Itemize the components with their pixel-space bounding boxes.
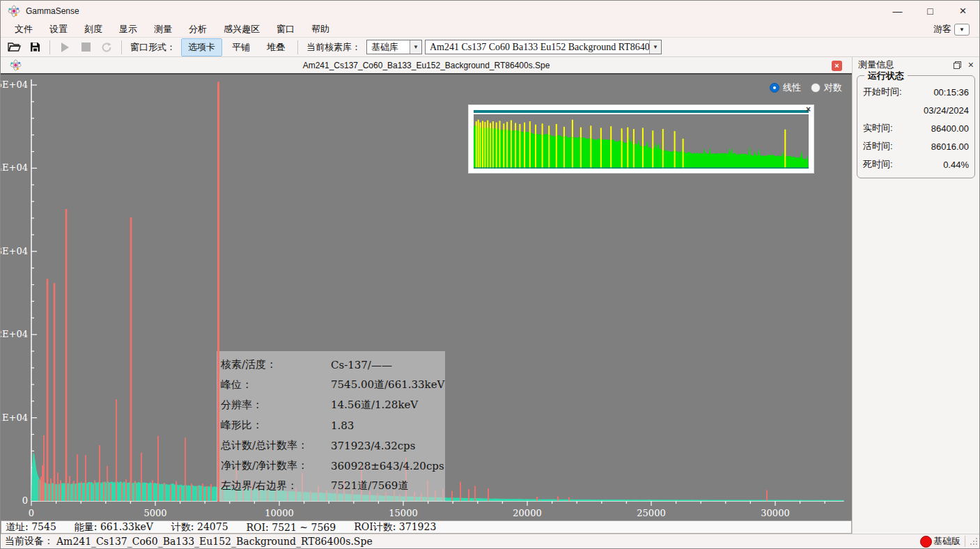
menu-help[interactable]: 帮助 [303, 22, 338, 37]
svg-text:0: 0 [22, 495, 28, 506]
channel-readout: 道址: 7545 [6, 521, 56, 534]
user-dropdown-button[interactable]: ▼ [954, 24, 970, 36]
radio-unselected-icon [811, 83, 820, 93]
info-value: 360928±643/4.20cps [331, 460, 444, 472]
inset-range-bar[interactable] [474, 110, 809, 113]
live-time-value: 86016.00 [931, 141, 969, 152]
log-scale-radio[interactable]: 对数 [811, 82, 842, 94]
nuclide-library-combobox[interactable]: 基础库 ▼ [366, 40, 422, 54]
dock-float-icon[interactable] [954, 61, 961, 69]
dead-time-value: 0.44% [943, 160, 969, 170]
real-time-value: 86400.00 [931, 123, 969, 134]
nuclide-library-label: 当前核素库： [304, 41, 364, 54]
dock-close-icon[interactable]: × [968, 59, 974, 70]
svg-text:2E+04: 2E+04 [1, 329, 28, 339]
combo-dropdown-icon: ▼ [649, 40, 661, 54]
spectrum-chart[interactable]: 01E+042E+043E+044E+045E+0405000100001500… [1, 75, 852, 520]
current-device-value: Am241_Cs137_Co60_Ba133_Eu152_Background_… [56, 536, 373, 547]
resize-grip[interactable] [970, 537, 978, 546]
stop-acquisition-button[interactable] [77, 39, 95, 56]
info-label: 核素/活度： [221, 358, 331, 371]
spectrum-file-combobox[interactable]: Am241 Cs137 Co60 Ba133 Eu152 Background … [425, 40, 662, 54]
info-value: 14.56道/1.28keV [331, 399, 418, 412]
app-status-bar: 当前设备： Am241_Cs137_Co60_Ba133_Eu152_Backg… [1, 534, 979, 548]
roi-counts-readout: ROI计数: 371923 [354, 521, 436, 534]
menu-display[interactable]: 显示 [111, 22, 146, 37]
menu-measure[interactable]: 测量 [146, 22, 180, 37]
start-date-value: 03/24/2024 [924, 105, 969, 116]
run-status-group: 运行状态 开始时间:00:15:36 03/24/2024 实时间:86400.… [857, 75, 975, 178]
save-floppy-icon [30, 42, 40, 52]
spectrum-tab-bar[interactable]: Am241_Cs137_Co60_Ba133_Eu152_Background_… [1, 57, 852, 75]
linear-scale-radio[interactable]: 线性 [770, 82, 801, 94]
measurement-info-dock: 测量信息 × 运行状态 开始时间:00:15:36 03/24/2024 实时间… [852, 57, 979, 534]
tab-title: Am241_Cs137_Co60_Ba133_Eu152_Background_… [1, 61, 852, 70]
toolbar: 窗口形式： 选项卡 平铺 堆叠 当前核素库： 基础库 ▼ Am241 Cs137… [1, 37, 979, 57]
spectrum-file-value: Am241 Cs137 Co60 Ba133 Eu152 Background … [426, 42, 649, 53]
user-label: 游客 [933, 23, 951, 36]
svg-text:5E+04: 5E+04 [1, 79, 28, 90]
svg-text:5000: 5000 [143, 508, 166, 518]
tile-mode-button[interactable]: 平铺 [225, 38, 257, 56]
counts-readout: 计数: 24075 [171, 521, 228, 534]
inset-plot-svg [474, 114, 809, 169]
svg-text:10000: 10000 [265, 508, 293, 518]
info-value: 7521道/7569道 [331, 479, 408, 493]
start-time-value: 00:15:36 [933, 87, 969, 98]
menu-calibration[interactable]: 刻度 [76, 22, 111, 37]
menu-settings[interactable]: 设置 [41, 22, 76, 37]
svg-text:20000: 20000 [513, 508, 541, 518]
info-label: 左边界/右边界： [221, 479, 331, 493]
menu-window[interactable]: 窗口 [268, 22, 303, 37]
tab-close-button[interactable]: × [832, 61, 842, 71]
svg-text:30000: 30000 [761, 508, 789, 518]
nuclide-library-value: 基础库 [367, 41, 410, 54]
peak-info-box: 核素/活度：Cs-137/—— 峰位：7545.00道/661.33keV 分辨… [217, 351, 445, 501]
menu-bar: 文件 设置 刻度 显示 测量 分析 感兴趣区 窗口 帮助 游客 ▼ [1, 22, 979, 37]
svg-text:0: 0 [29, 508, 34, 518]
info-label: 净计数/净计数率： [221, 459, 331, 472]
scale-radio-group: 线性 对数 [770, 82, 842, 94]
tab-mode-button[interactable]: 选项卡 [181, 38, 222, 56]
save-button[interactable] [26, 39, 44, 56]
info-label: 峰位： [221, 378, 331, 392]
dead-time-label: 死时间: [863, 158, 893, 171]
info-value: 371923/4.32cps [331, 440, 415, 452]
main-area: Am241_Cs137_Co60_Ba133_Eu152_Background_… [1, 57, 979, 534]
start-acquisition-button[interactable] [56, 39, 74, 56]
chart-status-bar: 道址: 7545 能量: 661.33keV 计数: 24075 ROI: 75… [1, 520, 852, 534]
window-controls: — □ × [881, 1, 979, 22]
menu-roi[interactable]: 感兴趣区 [215, 22, 268, 37]
run-status-legend: 运行状态 [864, 70, 908, 82]
current-device-label: 当前设备： [5, 535, 54, 548]
svg-text:15000: 15000 [389, 508, 417, 518]
edition-label: 基础版 [933, 535, 960, 548]
close-button[interactable]: × [947, 1, 979, 22]
start-time-label: 开始时间: [863, 86, 902, 98]
maximize-button[interactable]: □ [914, 1, 947, 22]
title-bar: GammaSense — □ × [1, 1, 979, 22]
app-title: GammaSense [26, 6, 79, 16]
refresh-button[interactable] [98, 39, 116, 56]
open-file-button[interactable] [5, 39, 23, 56]
info-value: 7545.00道/661.33keV [331, 378, 444, 392]
menu-analysis[interactable]: 分析 [180, 22, 215, 37]
gammasense-window: { "window": { "title": "GammaSense" }, "… [0, 0, 980, 549]
menu-file[interactable]: 文件 [6, 22, 41, 37]
combo-dropdown-icon: ▼ [410, 40, 421, 54]
spectrum-overview-inset[interactable]: × [469, 105, 814, 173]
app-logo-icon [8, 5, 20, 17]
stack-mode-button[interactable]: 堆叠 [260, 38, 292, 56]
inset-close-icon[interactable]: × [806, 105, 811, 114]
info-label: 峰形比： [221, 419, 331, 432]
info-value: Cs-137/—— [331, 359, 392, 371]
minimize-button[interactable]: — [881, 1, 914, 22]
window-mode-label: 窗口形式： [127, 41, 178, 54]
energy-readout: 能量: 661.33keV [75, 521, 153, 534]
svg-text:3E+04: 3E+04 [1, 246, 28, 256]
info-label: 分辨率： [221, 399, 331, 412]
svg-text:4E+04: 4E+04 [1, 162, 28, 173]
live-time-label: 活时间: [863, 140, 893, 153]
tab-logo-icon [10, 59, 22, 71]
stop-icon [81, 42, 91, 52]
